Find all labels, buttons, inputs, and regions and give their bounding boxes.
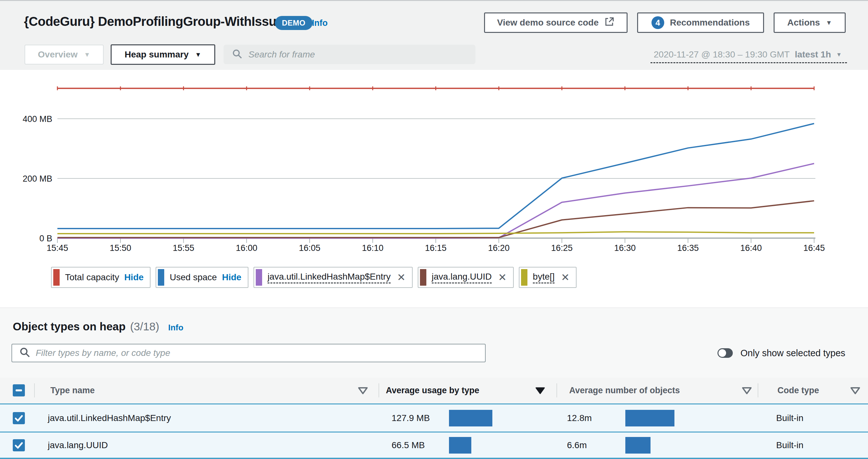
chart-line-byte- xyxy=(57,232,814,234)
column-divider xyxy=(758,383,758,397)
actions-button[interactable]: Actions ▼ xyxy=(774,12,846,33)
chevron-down-icon: ▼ xyxy=(836,52,842,57)
view-mode-dropdown[interactable]: Heap summary ▼ xyxy=(111,45,215,65)
usage-bar xyxy=(449,437,471,454)
overview-dropdown[interactable]: Overview ▼ xyxy=(25,45,104,64)
legend-chip: java.util.LinkedHashMap$Entry✕ xyxy=(253,267,413,288)
only-selected-toggle-label: Only show selected types xyxy=(740,348,845,358)
column-header-type-name[interactable]: Type name xyxy=(51,378,95,403)
object-types-heading: Object types on heap (3/18) Info xyxy=(13,320,183,333)
x-axis-tick-label: 16:05 xyxy=(299,243,320,253)
legend-chip: java.lang.UUID✕ xyxy=(418,267,514,288)
page-title: {CodeGuru} DemoProfilingGroup-WithIssues xyxy=(24,15,290,29)
object-types-count: (3/18) xyxy=(130,320,159,333)
legend-label: java.lang.UUID xyxy=(432,271,492,283)
column-divider xyxy=(556,383,557,397)
type-name-cell: java.lang.UUID xyxy=(48,440,108,450)
close-icon[interactable]: ✕ xyxy=(498,272,507,283)
only-selected-toggle[interactable] xyxy=(717,348,733,358)
code-type-cell: Built-in xyxy=(776,440,804,450)
chevron-down-icon: ▼ xyxy=(826,20,832,26)
object-types-table-body: java.util.LinkedHashMap$Entry127.9 MB12.… xyxy=(0,403,868,459)
x-axis-tick-label: 15:50 xyxy=(110,243,131,253)
toggle-knob xyxy=(718,349,726,357)
page-header: {CodeGuru} DemoProfilingGroup-WithIssues… xyxy=(0,0,868,70)
column-header-avg-usage[interactable]: Average usage by type xyxy=(386,378,479,403)
select-all-checkbox[interactable] xyxy=(13,384,25,396)
time-range-text: 2020-11-27 @ 18:30 – 19:30 GMT xyxy=(654,50,789,60)
legend-color-swatch xyxy=(53,269,60,286)
column-header-code-type[interactable]: Code type xyxy=(777,378,819,403)
usage-bar xyxy=(449,410,492,426)
type-filter-box xyxy=(11,344,486,362)
chart-line-java-util-linkedhashmap-entry xyxy=(57,164,814,238)
overview-label: Overview xyxy=(38,50,78,60)
legend-label: java.util.LinkedHashMap$Entry xyxy=(268,271,391,283)
indeterminate-icon xyxy=(16,390,22,391)
column-divider xyxy=(378,383,379,397)
legend-chip: Used spaceHide xyxy=(156,267,248,288)
legend-chip: byte[]✕ xyxy=(519,267,577,288)
legend-label: Total capacity xyxy=(65,272,119,283)
x-axis-tick-label: 16:10 xyxy=(362,243,383,253)
legend-chip: Total capacityHide xyxy=(51,267,151,288)
x-axis-tick-label: 16:45 xyxy=(803,243,825,253)
filter-icon[interactable] xyxy=(850,387,860,396)
recommendations-button[interactable]: 4 Recommendations xyxy=(637,12,764,33)
view-mode-label: Heap summary xyxy=(125,50,189,60)
y-axis-tick-label: 400 MB xyxy=(23,114,52,124)
table-header: Type name Average usage by type Average … xyxy=(0,378,868,403)
legend-color-swatch xyxy=(256,269,262,286)
frame-search-input[interactable] xyxy=(248,50,475,60)
header-info-link[interactable]: Info xyxy=(312,18,328,28)
recommendations-label: Recommendations xyxy=(670,18,750,28)
close-icon[interactable]: ✕ xyxy=(561,272,569,283)
object-types-info-link[interactable]: Info xyxy=(168,323,183,333)
legend-hide-link[interactable]: Hide xyxy=(222,272,241,283)
recommendations-count-badge: 4 xyxy=(651,16,664,29)
x-axis-tick-label: 15:55 xyxy=(173,243,194,253)
avg-usage-cell: 127.9 MB xyxy=(392,413,430,423)
x-axis-tick-label: 16:35 xyxy=(677,243,699,253)
code-type-cell: Built-in xyxy=(776,413,804,423)
legend-hide-link[interactable]: Hide xyxy=(124,272,144,283)
y-axis-tick-label: 200 MB xyxy=(23,174,52,183)
table-row[interactable]: java.lang.UUID66.5 MB6.6mBuilt-in xyxy=(0,432,868,459)
y-axis-tick-label: 0 B xyxy=(39,234,52,243)
time-preset-label: latest 1h xyxy=(795,50,831,60)
legend-label: Used space xyxy=(169,272,217,283)
filter-icon[interactable] xyxy=(742,387,752,396)
chevron-down-icon: ▼ xyxy=(84,51,90,58)
column-divider xyxy=(34,383,35,397)
check-icon xyxy=(13,412,25,424)
view-demo-source-label: View demo source code xyxy=(497,18,599,28)
legend-color-swatch xyxy=(420,269,426,286)
row-checkbox[interactable] xyxy=(13,439,25,451)
avg-objects-cell: 12.8m xyxy=(567,413,592,423)
sort-descending-icon[interactable] xyxy=(535,387,545,396)
frame-search-box xyxy=(223,45,475,64)
header-actions: View demo source code 4 Recommendations … xyxy=(484,12,846,33)
type-filter-input[interactable] xyxy=(36,348,485,358)
table-row[interactable]: java.util.LinkedHashMap$Entry127.9 MB12.… xyxy=(0,403,868,432)
x-axis-tick-label: 16:25 xyxy=(551,243,573,253)
chevron-down-icon: ▼ xyxy=(195,51,201,58)
demo-badge: DEMO xyxy=(275,16,312,30)
avg-usage-cell: 66.5 MB xyxy=(392,440,425,450)
filter-icon[interactable] xyxy=(358,387,368,396)
search-icon xyxy=(19,347,31,360)
search-icon xyxy=(232,49,243,61)
close-icon[interactable]: ✕ xyxy=(397,272,406,283)
time-range-underline xyxy=(651,62,847,63)
column-header-avg-objects[interactable]: Average number of objects xyxy=(569,378,680,403)
external-link-icon xyxy=(604,17,615,29)
objects-bar xyxy=(625,410,675,426)
row-checkbox[interactable] xyxy=(13,412,25,424)
x-axis-tick-label: 16:20 xyxy=(488,243,509,253)
check-icon xyxy=(13,439,25,451)
view-demo-source-button[interactable]: View demo source code xyxy=(484,12,627,33)
legend-color-swatch xyxy=(521,269,527,286)
time-range-selector[interactable]: 2020-11-27 @ 18:30 – 19:30 GMT latest 1h… xyxy=(651,50,847,60)
legend-color-swatch xyxy=(158,269,164,286)
avg-objects-cell: 6.6m xyxy=(567,440,587,450)
